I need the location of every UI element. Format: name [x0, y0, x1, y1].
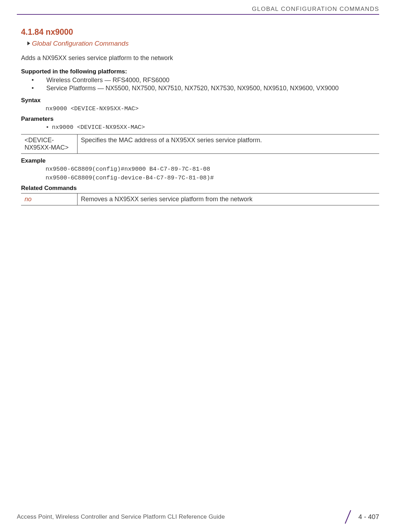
bullet-icon: •	[46, 124, 52, 131]
example-heading: Example	[21, 157, 379, 164]
list-item-text: Service Platforms — NX5500, NX7500, NX75…	[46, 85, 339, 92]
bullet-icon: •	[32, 85, 46, 92]
param-name-cell: <DEVICE-NX95XX-MAC>	[21, 134, 77, 154]
svg-line-0	[345, 510, 351, 524]
example-line: nx9500-6C8809(config)#nx9000 B4-C7-89-7C…	[21, 166, 379, 172]
table-row: no Removes a NX95XX series service platf…	[21, 193, 379, 205]
page-number: 4 - 407	[358, 513, 379, 521]
parameters-bullet: • nx9000 <DEVICE-NX95XX-MAC>	[21, 124, 379, 131]
syntax-heading: Syntax	[21, 97, 379, 104]
arrow-right-icon	[27, 41, 31, 46]
param-desc-cell: Specifies the MAC address of a NX95XX se…	[77, 134, 379, 154]
bullet-icon: •	[32, 77, 46, 84]
section-description: Adds a NX95XX series service platform to…	[21, 54, 379, 62]
header-divider	[17, 14, 379, 15]
page-header-title: GLOBAL CONFIGURATION COMMANDS	[252, 6, 379, 13]
slash-icon	[343, 510, 353, 524]
footer-right: 4 - 407	[343, 510, 379, 524]
table-row: <DEVICE-NX95XX-MAC> Specifies the MAC ad…	[21, 134, 379, 154]
footer-doc-title: Access Point, Wireless Controller and Se…	[17, 513, 225, 520]
list-item: • Wireless Controllers — RFS4000, RFS600…	[21, 77, 379, 84]
example-line: nx9500-6C8809(config-device-B4-C7-89-7C-…	[21, 175, 379, 181]
related-desc-cell: Removes a NX95XX series service platform…	[77, 193, 379, 205]
parameters-heading: Parameters	[21, 116, 379, 123]
related-command-link[interactable]: no	[25, 196, 32, 203]
parameters-code: nx9000 <DEVICE-NX95XX-MAC>	[52, 124, 145, 131]
related-heading: Related Commands	[21, 185, 379, 192]
parameters-table: <DEVICE-NX95XX-MAC> Specifies the MAC ad…	[21, 134, 379, 154]
related-cmd-cell: no	[21, 193, 77, 205]
related-commands-table: no Removes a NX95XX series service platf…	[21, 193, 379, 205]
syntax-code: nx9000 <DEVICE-NX95XX-MAC>	[21, 105, 379, 112]
supported-list: • Wireless Controllers — RFS4000, RFS600…	[21, 77, 379, 92]
list-item-text: Wireless Controllers — RFS4000, RFS6000	[46, 77, 169, 84]
supported-heading: Supported in the following platforms:	[21, 68, 379, 75]
section-heading: 4.1.84 nx9000	[21, 27, 379, 37]
page-footer: Access Point, Wireless Controller and Se…	[17, 510, 379, 524]
breadcrumb: Global Configuration Commands	[27, 40, 379, 47]
breadcrumb-link[interactable]: Global Configuration Commands	[32, 40, 129, 47]
list-item: • Service Platforms — NX5500, NX7500, NX…	[21, 85, 379, 92]
page-content: 4.1.84 nx9000 Global Configuration Comma…	[21, 27, 379, 205]
